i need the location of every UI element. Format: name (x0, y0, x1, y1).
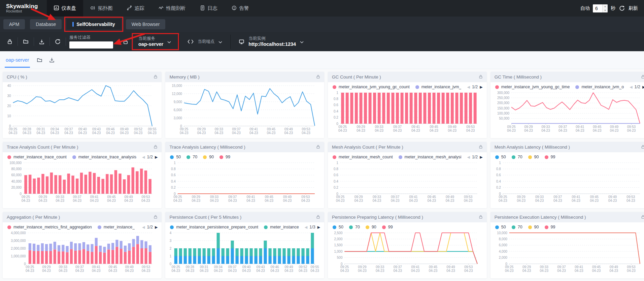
lock-icon[interactable] (479, 214, 483, 220)
chart-card-memory: Memory ( MB )03,0006,0009,00012,00015,00… (165, 72, 324, 138)
legend-item[interactable]: 99 (382, 225, 393, 229)
svg-text:09:2904-23: 09:2904-23 (197, 127, 206, 135)
legend-item[interactable]: 90 (366, 225, 376, 229)
monitor-icon (239, 39, 244, 44)
svg-text:0.2: 0.2 (496, 186, 501, 189)
legend-item[interactable]: meter_instance_trace_count (7, 155, 67, 159)
legend-item[interactable]: meter_instance_mesh_count (333, 155, 393, 159)
page-right-icon[interactable]: ▶ (155, 225, 158, 229)
legend-item[interactable]: 99 (545, 155, 555, 159)
lock-icon[interactable] (154, 74, 158, 80)
page-left-icon[interactable]: ◀ (142, 155, 145, 159)
page-left-icon[interactable]: ◀ (467, 155, 470, 159)
reload-icon[interactable] (50, 39, 66, 44)
nav-item-topology[interactable]: 拓扑图 (83, 0, 120, 17)
svg-text:09:3304-23: 09:3304-23 (541, 125, 550, 132)
chart-legend: 50709099 (490, 152, 644, 159)
current-instance-selector[interactable]: 当前实例 http://localhost:1234 (234, 36, 309, 48)
nav-item-dashboard[interactable]: 仪表盘 (47, 0, 83, 17)
lock-icon[interactable] (641, 144, 644, 150)
folder-icon[interactable] (18, 39, 34, 44)
group-tab-database[interactable]: Database (30, 19, 62, 29)
lock-icon[interactable] (154, 214, 158, 220)
legend-item[interactable]: 50 (495, 225, 506, 229)
legend-item[interactable]: meter_instance_jvm_young_gc_time (495, 85, 570, 89)
folder-icon[interactable] (37, 58, 42, 63)
current-service-selector[interactable]: 当前服务 oap-server (133, 36, 176, 48)
svg-text:09:5304-23: 09:5304-23 (301, 195, 310, 202)
svg-text:09:3704-23: 09:3704-23 (228, 265, 237, 273)
lock-icon[interactable] (316, 74, 320, 80)
page-left-icon[interactable]: ◀ (467, 85, 470, 89)
refresh-label[interactable]: 刷新 (629, 5, 638, 11)
refresh-icon[interactable] (618, 5, 625, 11)
logo[interactable]: Skywalking Rocketbot (6, 3, 38, 13)
code-icon (188, 39, 194, 44)
svg-text:15,000: 15,000 (172, 84, 182, 88)
nav-item-log[interactable]: 日志 (193, 0, 225, 17)
lock-icon[interactable] (479, 74, 483, 80)
service-filter-input[interactable] (69, 41, 113, 49)
legend-item[interactable]: meter_instance_persistence_prepare_count (170, 225, 258, 229)
legend-item[interactable]: 90 (203, 155, 214, 159)
page-right-icon[interactable]: ▶ (317, 225, 320, 229)
chart-canvas: 00.20.40.60.8109:2504-2309:2904-2309:330… (331, 160, 482, 205)
service-lock-icon[interactable] (118, 39, 133, 44)
legend-item[interactable]: meter_instance_jvm_young_gc_count (333, 85, 410, 89)
lock-icon[interactable] (641, 214, 644, 220)
legend-item[interactable]: 50 (495, 155, 506, 159)
legend-item[interactable]: meter_instance (264, 225, 299, 229)
import-icon[interactable] (49, 57, 55, 63)
legend-item[interactable]: 70 (512, 225, 522, 229)
legend-item[interactable]: 70 (512, 155, 522, 159)
nav-item-alarm[interactable]: 告警 (225, 0, 256, 17)
group-tab-selfobservability[interactable]: SelfObservability (67, 19, 121, 29)
lock-icon[interactable] (154, 144, 158, 150)
group-tab-apm[interactable]: APM (3, 19, 25, 29)
chart-title: Mesh Analysis Count ( Per Minute ) (332, 145, 403, 150)
nav-item-trace[interactable]: 追踪 (120, 0, 151, 17)
nav-item-profile[interactable]: 性能剖析 (151, 0, 193, 17)
legend-item[interactable]: meter_instance_jvm_o (575, 85, 624, 89)
page-left-icon[interactable]: ◀ (305, 225, 307, 229)
interval-input[interactable] (593, 4, 602, 12)
legend-label: 50 (339, 225, 343, 229)
legend-item[interactable]: meter_instance_jvm_ (415, 85, 462, 89)
legend-item[interactable]: meter_instance_metrics_first_aggregation (7, 225, 92, 229)
legend-item[interactable]: meter_instance_mesh_analysi (399, 155, 462, 159)
lock-icon[interactable] (316, 144, 320, 150)
import-icon[interactable] (34, 39, 49, 44)
page-right-icon[interactable]: ▶ (480, 155, 482, 159)
page-tab-oap-server[interactable]: oap-server (5, 52, 30, 68)
legend-item[interactable]: 70 (349, 225, 360, 229)
chart-canvas: 00.20.40.60.8109:2504-2309:2904-2309:330… (493, 160, 644, 205)
svg-text:3: 3 (170, 239, 172, 243)
group-tab-web-browser[interactable]: Web Browser (126, 19, 166, 29)
lock-icon[interactable] (479, 144, 483, 150)
page-right-icon[interactable]: ▶ (155, 155, 158, 159)
legend-item[interactable]: 99 (545, 225, 555, 229)
legend-item[interactable]: 50 (170, 155, 181, 159)
svg-text:09:3704-23: 09:3704-23 (393, 125, 402, 132)
page-right-icon[interactable]: ▶ (642, 85, 644, 89)
lock-icon[interactable] (641, 74, 644, 80)
legend-item[interactable]: 99 (219, 155, 230, 159)
legend-item[interactable]: meter_instance_ (98, 225, 135, 229)
lock-icon[interactable] (316, 214, 320, 220)
chart-grid: CPU ( % )01020304009:2504-2309:2804-2309… (0, 69, 644, 281)
legend-item[interactable]: 90 (528, 155, 539, 159)
spin-down-icon[interactable]: ▼ (603, 8, 608, 12)
page-left-icon[interactable]: ◀ (630, 85, 632, 89)
spin-up-icon[interactable]: ▲ (603, 4, 608, 8)
legend-item[interactable]: meter_instance_trace_analysis (72, 155, 136, 159)
legend-item[interactable]: 50 (333, 225, 343, 229)
chart-card-gc-count: GC Count ( Per Minute )meter_instance_jv… (328, 72, 487, 138)
page-left-icon[interactable]: ◀ (142, 225, 145, 229)
legend-item[interactable]: 70 (187, 155, 197, 159)
chart-card-header: GC Time ( Millisecond ) (490, 72, 644, 82)
chart-legend: meter_instance_persistence_prepare_count… (165, 222, 324, 229)
legend-item[interactable]: 90 (528, 225, 539, 229)
lock-icon[interactable] (2, 39, 18, 44)
current-endpoint-selector[interactable]: 当前端点 (182, 39, 227, 45)
page-right-icon[interactable]: ▶ (480, 85, 482, 89)
